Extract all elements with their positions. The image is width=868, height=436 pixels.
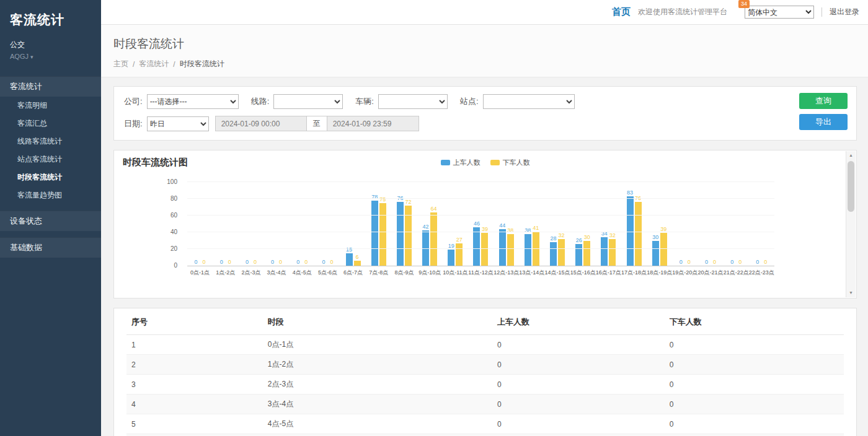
bar[interactable] xyxy=(652,241,659,266)
sidebar-item[interactable]: 线路客流统计 xyxy=(0,133,101,150)
org-code: AQGJ xyxy=(10,53,29,60)
bar-column: 41 xyxy=(533,225,539,266)
bar[interactable] xyxy=(609,239,616,266)
welcome-text: 欢迎使用客流统计管理平台 xyxy=(638,7,727,17)
x-axis-label: 12点-13点 xyxy=(494,266,519,277)
table-row: 65点-6点00 xyxy=(126,434,844,436)
bar-column: 0 xyxy=(737,259,743,266)
chart-plot: 020406080100 000000000000156787576724264… xyxy=(187,183,774,266)
sidebar-item[interactable]: 客流量趋势图 xyxy=(0,186,101,204)
table-cell: 0 xyxy=(665,355,844,375)
bar[interactable] xyxy=(660,233,667,266)
x-axis-label: 4点-5点 xyxy=(290,266,315,277)
sidebar-item[interactable]: 站点客流统计 xyxy=(0,150,101,168)
sidebar-header: 客流统计 公交 AQGJ▾ xyxy=(0,0,101,60)
bar[interactable] xyxy=(379,203,386,266)
bar[interactable] xyxy=(550,242,557,266)
bar-column: 0 xyxy=(711,259,718,266)
gridline xyxy=(187,248,774,249)
bar[interactable] xyxy=(635,202,642,266)
bar[interactable] xyxy=(507,234,514,266)
table-row: 54点-5点00 xyxy=(126,414,844,434)
bar[interactable] xyxy=(371,201,378,266)
legend-item[interactable]: 上车人数 xyxy=(441,158,480,167)
table-cell: 0 xyxy=(665,395,844,414)
bar-group: 00 xyxy=(672,183,698,266)
bar-column: 26 xyxy=(575,237,582,266)
sidebar-item[interactable]: 时段客流统计 xyxy=(0,168,101,186)
line-select[interactable] xyxy=(273,94,343,109)
logout-link[interactable]: 退出登录 xyxy=(830,7,859,17)
home-link[interactable]: 首页 xyxy=(612,6,631,18)
bar-column: 46 xyxy=(473,220,480,266)
company-label: 公司: xyxy=(124,96,143,107)
bar[interactable] xyxy=(575,244,582,266)
bar[interactable] xyxy=(499,229,506,266)
end-date-input[interactable] xyxy=(327,116,419,131)
scrollbar-thumb[interactable] xyxy=(848,161,854,212)
bar[interactable] xyxy=(473,227,480,266)
bar[interactable] xyxy=(430,212,437,266)
bar-group: 00 xyxy=(290,183,315,266)
bar[interactable] xyxy=(456,243,463,266)
bar[interactable] xyxy=(583,241,590,266)
x-axis-label: 15点-16点 xyxy=(570,266,596,277)
gridline xyxy=(187,232,774,232)
bar[interactable] xyxy=(525,234,531,266)
bar[interactable] xyxy=(481,233,488,266)
bar[interactable] xyxy=(354,261,361,266)
column-header: 下车人数 xyxy=(665,308,844,335)
bar-column: 30 xyxy=(583,234,590,266)
sidebar-item[interactable]: 客流明细 xyxy=(0,97,101,115)
company-select[interactable]: ---请选择--- xyxy=(147,94,239,109)
bar[interactable] xyxy=(558,239,565,266)
org-selector[interactable]: AQGJ▾ xyxy=(10,53,91,60)
export-button[interactable]: 导出 xyxy=(799,114,848,130)
breadcrumb-home[interactable]: 主页 xyxy=(113,59,128,69)
app-title: 客流统计 xyxy=(10,11,91,28)
scroll-down-icon[interactable]: ▼ xyxy=(849,290,853,296)
bar[interactable] xyxy=(448,250,454,266)
x-axis-label: 13点-14点 xyxy=(519,266,544,277)
date-preset-select[interactable]: 昨日 xyxy=(147,116,209,131)
start-date-input[interactable] xyxy=(215,116,307,131)
bar-group: 7875 xyxy=(366,183,391,266)
gridline xyxy=(187,215,774,216)
vehicle-select[interactable] xyxy=(378,94,448,109)
page-header: 时段客流统计 主页 / 客流统计 / 时段客流统计 xyxy=(101,25,868,77)
column-header: 序号 xyxy=(126,308,263,335)
bar-column: 0 xyxy=(703,259,710,266)
sidebar-section[interactable]: 基础数据 xyxy=(0,237,101,258)
legend-item[interactable]: 下车人数 xyxy=(490,158,530,167)
chart-legend: 上车人数下车人数 xyxy=(441,158,530,167)
bar[interactable] xyxy=(601,237,608,266)
sidebar-section[interactable]: 设备状态 xyxy=(0,211,101,231)
query-button[interactable]: 查询 xyxy=(799,93,848,109)
bar[interactable] xyxy=(346,253,353,266)
bar-column: 83 xyxy=(627,190,634,266)
bar-value-label: 0 xyxy=(254,259,257,265)
bar-column: 19 xyxy=(448,243,454,266)
bar-value-label: 0 xyxy=(680,259,683,265)
bar[interactable] xyxy=(627,196,634,266)
bar-group: 00 xyxy=(264,183,290,266)
sidebar-item[interactable]: 客流汇总 xyxy=(0,115,101,133)
chart-x-labels: 0点-1点1点-2点2点-3点3点-4点4点-5点5点-6点6点-7点7点-8点… xyxy=(187,266,774,277)
table-row: 32点-3点00 xyxy=(126,375,844,395)
sidebar-section[interactable]: 客流统计 xyxy=(0,76,101,97)
language-select[interactable]: 简体中文 xyxy=(745,6,814,19)
bar-group: 7672 xyxy=(391,183,417,266)
bar-column: 76 xyxy=(635,195,642,266)
vehicle-label: 车辆: xyxy=(355,96,374,107)
scroll-up-icon[interactable]: ▲ xyxy=(849,152,853,159)
bar-value-label: 0 xyxy=(271,259,274,265)
bar-column: 38 xyxy=(507,227,514,266)
bar-value-label: 78 xyxy=(371,194,378,200)
table-header-row: 序号时段上车人数下车人数 xyxy=(126,308,844,335)
station-select[interactable] xyxy=(483,94,575,109)
chart-scrollbar[interactable]: ▲ ▼ xyxy=(846,151,856,297)
bar[interactable] xyxy=(397,202,404,266)
bar-group: 156 xyxy=(340,183,366,266)
breadcrumb-parent[interactable]: 客流统计 xyxy=(139,59,169,69)
bar-group: 2630 xyxy=(570,183,596,266)
